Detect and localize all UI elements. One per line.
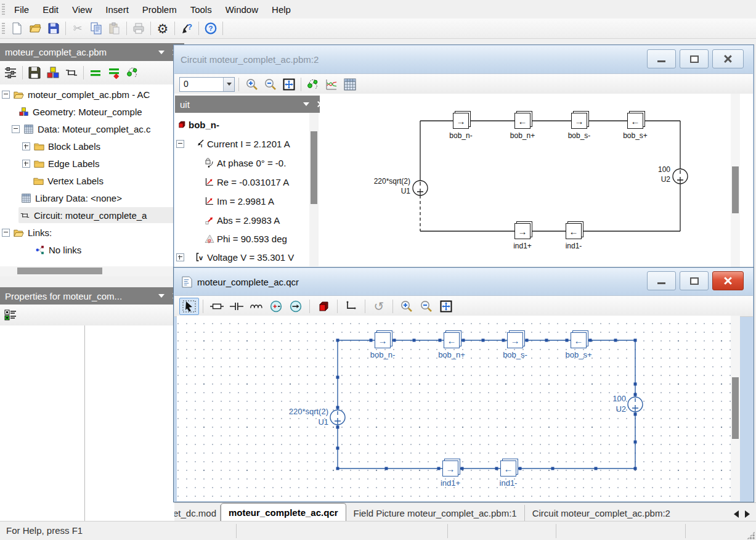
scrollbar-thumb[interactable]: [311, 131, 317, 204]
minimize-button[interactable]: [647, 271, 676, 290]
circuit-component[interactable]: →: [453, 113, 469, 129]
resize-grip[interactable]: [747, 531, 755, 539]
menu-window[interactable]: Window: [219, 1, 265, 18]
zoom-in-icon[interactable]: [243, 76, 261, 92]
zoom-out-icon[interactable]: [261, 76, 280, 92]
tree-item-circuit[interactable]: Circuit: moteur_complete_a: [18, 207, 174, 223]
close-button[interactable]: [712, 271, 744, 290]
property-grid-icon[interactable]: [1, 307, 20, 324]
open-icon[interactable]: [26, 20, 44, 37]
tab-scroll-right-icon[interactable]: [745, 510, 750, 518]
menu-edit[interactable]: Edit: [36, 1, 65, 18]
compare-icon[interactable]: [86, 65, 105, 81]
circuit-component[interactable]: ←: [500, 460, 516, 477]
close-button[interactable]: [712, 49, 744, 68]
panel-menu-icon[interactable]: [158, 51, 165, 54]
zoom-extents-icon[interactable]: [280, 76, 298, 92]
result-re[interactable]: Re = -0.031017 A: [205, 173, 289, 190]
copy-icon[interactable]: [87, 20, 105, 37]
circuit-icon[interactable]: [62, 65, 81, 81]
result-voltage[interactable]: Voltage V = 35.301 V: [176, 248, 294, 266]
zoom-extents-icon[interactable]: [436, 298, 456, 315]
result-phi[interactable]: Phi = 90.593 deg: [205, 230, 287, 247]
circuit-results-vscrollbar[interactable]: [309, 113, 319, 266]
print-icon[interactable]: [129, 20, 148, 37]
voltage-source-tool-icon[interactable]: [266, 298, 286, 315]
tab-field-picture[interactable]: Field Picture moteur_complet_ac.pbm:1: [346, 505, 525, 522]
tree-item-vertex-labels[interactable]: Vertex Labels: [33, 173, 174, 189]
result-current[interactable]: Current I = 2.1201 A: [176, 135, 290, 152]
circuit-component[interactable]: ←: [627, 113, 643, 129]
options-gear-icon[interactable]: ⚙: [153, 20, 172, 37]
circuit-component[interactable]: →: [514, 223, 530, 239]
circuit-component[interactable]: ←: [566, 223, 582, 239]
qcr-schematic-canvas[interactable]: → ← → ← → ← bob_n- bob_n+ bob_s- bob_s+ …: [177, 316, 731, 501]
tab-scroll-left-icon[interactable]: [734, 510, 739, 518]
panel-menu-icon[interactable]: [158, 294, 165, 298]
maximize-button[interactable]: [680, 49, 709, 68]
tree-item-block-labels[interactable]: Block Labels: [22, 138, 174, 154]
properties-column-divider[interactable]: [84, 325, 85, 521]
expander-minus[interactable]: [176, 140, 184, 148]
tree-item-no-links[interactable]: No links: [35, 242, 174, 258]
panel-menu-icon[interactable]: [303, 102, 309, 106]
menu-help[interactable]: Help: [265, 1, 298, 18]
menu-file[interactable]: File: [7, 1, 36, 18]
result-at-phase[interactable]: At phase 0° = -0.: [205, 154, 286, 171]
tree-item-data[interactable]: Data: Moteur_complet_ac.c: [12, 121, 174, 137]
expander-plus[interactable]: [176, 253, 184, 261]
circuit-component[interactable]: ←: [514, 113, 530, 129]
circuit-component[interactable]: →: [442, 460, 458, 477]
expander-plus[interactable]: [22, 142, 30, 150]
xy-plot-icon[interactable]: [322, 76, 341, 92]
device-row[interactable]: bob_n-: [177, 116, 219, 133]
tree-item-problem[interactable]: moteur_complet_ac.pbm - AC: [2, 86, 174, 102]
menu-insert[interactable]: Insert: [99, 1, 136, 18]
phase-combobox[interactable]: 0: [179, 77, 235, 92]
inductor-tool-icon[interactable]: [246, 298, 266, 315]
combo-dropdown-icon[interactable]: [223, 78, 234, 91]
result-im[interactable]: Im = 2.9981 A: [205, 192, 274, 210]
circuit-component[interactable]: ←: [444, 332, 460, 348]
minimize-button[interactable]: [647, 49, 676, 68]
cut-icon[interactable]: ✂: [68, 20, 87, 37]
circuit-schematic-canvas[interactable]: → ← → ← → ← bob_n- bob_n+ bob_s- bob_s+ …: [320, 94, 731, 267]
toolbar-grip[interactable]: [2, 4, 5, 15]
select-tool-icon[interactable]: [179, 298, 199, 315]
tab-mod[interactable]: et_dc.mod: [174, 505, 221, 522]
paste-icon[interactable]: [105, 20, 124, 37]
tree-item-geometry[interactable]: Geometry: Moteur_comple: [18, 104, 174, 120]
resistor-tool-icon[interactable]: [207, 298, 227, 315]
menu-problem[interactable]: Problem: [136, 1, 184, 18]
current-source-tool-icon[interactable]: [286, 298, 306, 315]
maximize-button[interactable]: [680, 271, 709, 290]
project-tree-hscrollbar[interactable]: [0, 266, 174, 276]
toolbar-grip[interactable]: [2, 23, 5, 34]
save-icon[interactable]: [44, 20, 63, 37]
tab-qcr[interactable]: moteur_complete_ac.qcr: [221, 503, 346, 522]
circuit-window-vscrollbar[interactable]: [731, 94, 740, 267]
zoom-in-icon[interactable]: [397, 298, 417, 315]
geometry-icon[interactable]: [44, 65, 62, 81]
table-icon[interactable]: [341, 76, 359, 92]
tree-item-library-data[interactable]: Library Data: <none>: [21, 190, 174, 206]
scrollbar-thumb[interactable]: [732, 377, 739, 439]
links-icon[interactable]: [123, 65, 142, 81]
context-help-icon[interactable]: [177, 20, 196, 37]
circuit-component[interactable]: →: [375, 332, 391, 348]
circuit-component[interactable]: ←: [571, 332, 587, 348]
tab-circuit[interactable]: Circuit moteur_complet_ac.pbm:2: [525, 505, 678, 522]
expander-plus[interactable]: [22, 160, 30, 168]
circuit-component[interactable]: →: [571, 113, 587, 129]
tree-item-links[interactable]: Links:: [2, 224, 174, 240]
tree-item-edge-labels[interactable]: Edge Labels: [22, 155, 174, 171]
menu-view[interactable]: View: [65, 1, 99, 18]
menu-tools[interactable]: Tools: [184, 1, 219, 18]
zoom-out-icon[interactable]: [417, 298, 436, 315]
scrollbar-thumb[interactable]: [17, 268, 102, 274]
compare-results-icon[interactable]: [105, 65, 123, 81]
links-icon[interactable]: [304, 76, 322, 92]
new-icon[interactable]: [7, 20, 26, 37]
expander-minus[interactable]: [2, 91, 10, 99]
block-tool-icon[interactable]: [314, 298, 333, 315]
